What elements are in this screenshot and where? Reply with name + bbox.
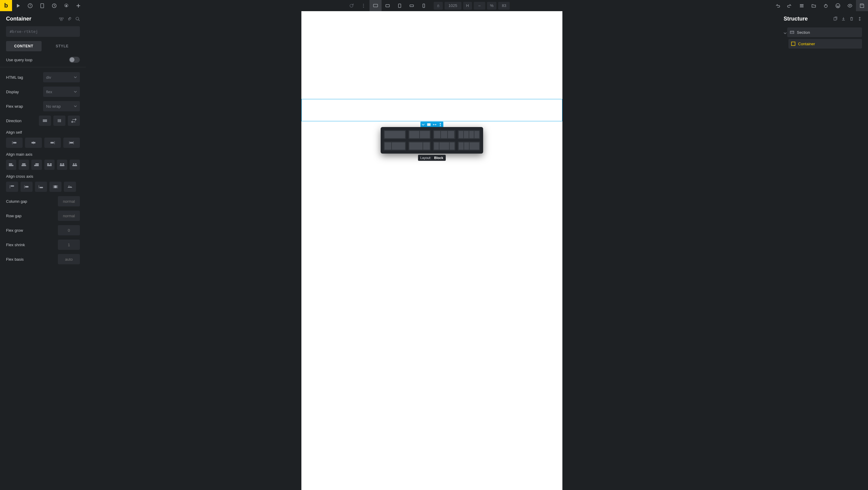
layout-3col[interactable]	[433, 130, 456, 139]
flex-shrink-label: Flex shrink	[6, 242, 25, 247]
folder-button[interactable]	[808, 0, 820, 11]
query-loop-label: Use query loop	[6, 58, 32, 62]
row-gap-input[interactable]	[58, 211, 80, 221]
align-self-center[interactable]	[25, 138, 41, 148]
handle-height-icon[interactable]	[438, 122, 443, 127]
history-button[interactable]	[48, 0, 60, 11]
logo[interactable]: b	[0, 0, 12, 11]
handle-columns-icon[interactable]	[426, 122, 432, 127]
layout-1-2-1[interactable]	[433, 142, 456, 150]
laptop-breakpoint[interactable]	[381, 0, 394, 11]
layout-tooltip: Layout:Block	[418, 155, 445, 161]
direction-column[interactable]	[53, 116, 65, 126]
align-main-between[interactable]	[44, 160, 55, 170]
handle-chevron-icon[interactable]	[421, 122, 426, 127]
undo-button[interactable]	[772, 0, 784, 11]
align-main-start[interactable]	[6, 160, 16, 170]
attach-icon[interactable]	[67, 17, 72, 21]
refresh-button[interactable]	[345, 0, 358, 11]
copy-icon[interactable]	[833, 17, 838, 21]
query-loop-toggle[interactable]	[69, 57, 80, 63]
more-button[interactable]	[358, 0, 370, 11]
download-icon[interactable]	[841, 17, 846, 21]
lock-icon[interactable]	[434, 2, 443, 10]
handle-width-icon[interactable]	[432, 122, 438, 127]
redo-button[interactable]	[784, 0, 796, 11]
flex-grow-input[interactable]	[58, 225, 80, 235]
settings-button[interactable]	[60, 0, 72, 11]
svg-rect-31	[60, 164, 61, 165]
tree-container[interactable]: Container	[788, 39, 862, 49]
save-button[interactable]	[856, 0, 868, 11]
svg-point-16	[849, 5, 850, 6]
tab-style[interactable]: STYLE	[44, 41, 80, 51]
layout-4col[interactable]	[458, 130, 480, 139]
tablet-breakpoint[interactable]	[394, 0, 406, 11]
class-icon[interactable]	[59, 17, 64, 21]
layout-1col[interactable]	[384, 130, 406, 139]
html-tag-select[interactable]: div	[43, 72, 80, 82]
power-button[interactable]	[820, 0, 832, 11]
svg-text:?: ?	[29, 4, 31, 7]
html-tag-label: HTML tag	[6, 75, 23, 80]
align-self-end[interactable]	[44, 138, 61, 148]
align-self-stretch[interactable]	[63, 138, 80, 148]
help-button[interactable]: ?	[24, 0, 36, 11]
svg-point-4	[66, 5, 67, 6]
align-cross-end[interactable]	[35, 182, 47, 192]
svg-rect-41	[790, 31, 794, 33]
wordpress-button[interactable]	[832, 0, 844, 11]
align-main-around[interactable]	[57, 160, 67, 170]
display-select[interactable]: flex	[43, 87, 80, 97]
flex-wrap-select[interactable]: No wrap	[43, 101, 80, 111]
mobile-breakpoint[interactable]	[418, 0, 430, 11]
search-icon[interactable]	[75, 17, 80, 21]
page-icon[interactable]	[36, 0, 48, 11]
canvas[interactable]: Layout:Block	[86, 11, 778, 490]
tab-content[interactable]: CONTENT	[6, 41, 41, 51]
align-main-end[interactable]	[31, 160, 41, 170]
col-gap-label: Column gap	[6, 199, 27, 204]
desktop-breakpoint[interactable]	[370, 0, 381, 11]
list-button[interactable]	[796, 0, 808, 11]
layout-1-2[interactable]	[384, 142, 406, 150]
align-cross-stretch[interactable]	[50, 182, 61, 192]
preview-button[interactable]	[844, 0, 856, 11]
section-icon	[789, 30, 795, 35]
align-self-start[interactable]	[6, 138, 23, 148]
align-cross-label: Align cross axis	[6, 174, 80, 179]
align-cross-baseline[interactable]	[64, 182, 76, 192]
svg-point-5	[363, 4, 364, 4]
svg-rect-12	[423, 4, 425, 7]
col-gap-input[interactable]	[58, 196, 80, 206]
svg-rect-25	[22, 165, 26, 166]
layout-2-1[interactable]	[408, 142, 431, 150]
direction-reverse[interactable]	[68, 116, 80, 126]
mobile-landscape-breakpoint[interactable]	[406, 0, 418, 11]
percent-value[interactable]: 83	[498, 2, 510, 10]
svg-point-21	[76, 17, 79, 20]
layout-popup	[381, 127, 483, 153]
layout-1-1-2[interactable]	[458, 142, 480, 150]
svg-rect-28	[47, 164, 49, 165]
expand-icon[interactable]	[858, 17, 862, 21]
page[interactable]	[301, 11, 562, 490]
align-main-center[interactable]	[19, 160, 29, 170]
trash-icon[interactable]	[849, 17, 854, 21]
flex-basis-input[interactable]	[58, 254, 80, 264]
chevron-down-icon[interactable]	[784, 31, 787, 36]
tree-section[interactable]: Section	[787, 27, 862, 37]
layout-2col[interactable]	[408, 130, 431, 139]
align-main-evenly[interactable]	[70, 160, 80, 170]
width-value[interactable]: 1025	[444, 2, 461, 10]
element-id[interactable]: #brxe-rtktej	[6, 26, 80, 37]
height-label: H	[463, 2, 472, 10]
direction-row[interactable]	[39, 116, 51, 126]
align-cross-center[interactable]	[21, 182, 33, 192]
height-value[interactable]: –	[474, 2, 485, 10]
flex-shrink-input[interactable]	[58, 239, 80, 250]
play-button[interactable]	[12, 0, 24, 11]
align-cross-start[interactable]	[6, 182, 18, 192]
selected-container[interactable]	[301, 99, 562, 121]
add-button[interactable]	[72, 0, 84, 11]
